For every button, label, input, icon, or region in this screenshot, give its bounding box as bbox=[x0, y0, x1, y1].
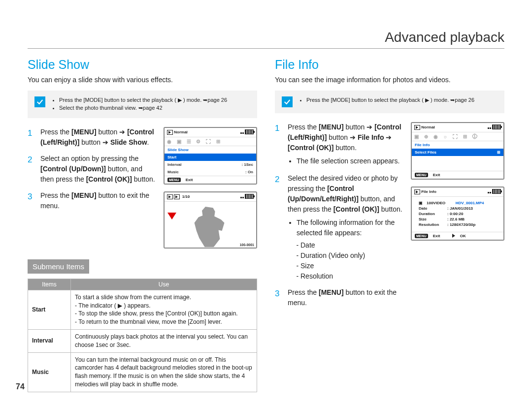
table-cell-value: You can turn the internal background mus… bbox=[71, 352, 257, 392]
table-cell-key: Start bbox=[28, 290, 71, 329]
table-cell-value: To start a slide show from the current i… bbox=[71, 290, 257, 329]
value: : JAN/01/2013 bbox=[447, 206, 473, 211]
text: ➔ bbox=[386, 133, 392, 141]
key: Date bbox=[419, 206, 443, 211]
text: To start a slide show from the current i… bbox=[75, 294, 191, 301]
key: Size bbox=[419, 217, 443, 221]
text: button ➔ bbox=[98, 128, 127, 136]
lcd-footer: MENUExit OK bbox=[412, 232, 503, 240]
text: button. bbox=[381, 205, 402, 213]
thumb-icon: ⊞ bbox=[497, 150, 500, 155]
text: Press the bbox=[288, 288, 319, 296]
lcd-row: Music: On bbox=[165, 168, 256, 176]
key: Duration bbox=[419, 212, 443, 216]
table-row: Interval Continuously plays back photos … bbox=[28, 330, 257, 353]
text: Select an option by pressing the bbox=[40, 155, 138, 162]
text-bold: [Control (Up/Down)] bbox=[40, 165, 106, 173]
submenu-table: Items Use Start To start a slide show fr… bbox=[28, 279, 257, 392]
page-title: Advanced playback bbox=[28, 30, 504, 49]
file-number: 100-0001 bbox=[239, 243, 254, 247]
step-1: 1 Press the [MENU] button ➔ [Control (Le… bbox=[275, 122, 404, 167]
slide-show-intro: You can enjoy a slide show with various … bbox=[28, 76, 257, 84]
lcd-menu-slideshow: Normal ◉ ▣ ☰ ⚙ ⛶ ⊞ Slide Show Start Inte… bbox=[164, 127, 257, 185]
table-row: Start To start a slide show from the cur… bbox=[28, 290, 257, 329]
text-bold: Slide Show bbox=[110, 138, 147, 146]
step-3: 3 Press the [MENU] button to exit the me… bbox=[275, 287, 404, 308]
note-box-right: Press the [MODE] button to select the pl… bbox=[275, 91, 504, 113]
lcd-top-bar: Normal bbox=[165, 128, 256, 137]
ok-icon bbox=[452, 234, 455, 238]
lcd-label: Exit bbox=[433, 234, 440, 238]
step-body: Press the [MENU] button to exit the menu… bbox=[40, 190, 157, 211]
menu-pill-icon: MENU bbox=[167, 178, 181, 182]
table-header: Use bbox=[71, 279, 257, 290]
slideshow-icon bbox=[174, 194, 180, 199]
table-cell-key: Music bbox=[28, 352, 71, 392]
step-3: 3 Press the [MENU] button to exit the me… bbox=[28, 190, 157, 211]
text-bold: [MENU] bbox=[71, 191, 97, 199]
dash-list: Date Duration (Video only) Size Resoluti… bbox=[288, 240, 404, 281]
step-number: 1 bbox=[28, 127, 35, 148]
note-list: Press the [MODE] button to select the pl… bbox=[299, 96, 474, 107]
lcd-tab-icons: ▣ ⊕ ◉ ☼ ⛶ ⊞ ⓘ bbox=[412, 132, 503, 141]
lcd-label: Exit bbox=[433, 173, 440, 177]
lcd-label: OK bbox=[460, 234, 466, 238]
dash-item: Resolution bbox=[300, 271, 404, 281]
lcd-menu-title: File Info bbox=[412, 141, 503, 149]
card-icon bbox=[488, 127, 491, 129]
text: button. bbox=[335, 144, 357, 152]
check-icon bbox=[282, 96, 293, 107]
step-2: 2 Select an option by pressing the [Cont… bbox=[28, 154, 157, 185]
lcd-top-bar: Normal bbox=[412, 123, 503, 132]
lcd-label: Select Files bbox=[415, 150, 436, 155]
table-cell-value: Continuously plays back photos at the in… bbox=[71, 330, 257, 353]
file-info-body: ▣ 100VIDEO HDV_0001.MP4 Date: JAN/01/201… bbox=[412, 197, 503, 232]
text: The indicator ( ▶ ) appears. bbox=[78, 302, 150, 309]
card-icon bbox=[488, 192, 491, 193]
text: To stop the slide show, press the [Contr… bbox=[78, 310, 238, 317]
right-column: File Info You can see the image informat… bbox=[275, 58, 504, 392]
photo-silhouette bbox=[192, 207, 226, 247]
file-name: HDV_0001.MP4 bbox=[456, 201, 484, 205]
file-info-intro: You can see the image information for ph… bbox=[275, 76, 504, 84]
file-info-line: Date: JAN/01/2013 bbox=[419, 206, 497, 211]
text-bold: [MENU] bbox=[71, 128, 97, 136]
playback-icon bbox=[414, 125, 420, 130]
step-body: Press the [MENU] button ➔ [Control (Left… bbox=[288, 122, 404, 167]
two-column-layout: Slide Show You can enjoy a slide show wi… bbox=[28, 58, 504, 392]
text: Press the bbox=[40, 128, 71, 136]
text: button ➔ bbox=[81, 138, 110, 146]
value: : 22.6 MB bbox=[447, 217, 465, 221]
bullet-list: The following information for the select… bbox=[288, 218, 404, 238]
steps-right: 1 Press the [MENU] button ➔ [Control (Le… bbox=[275, 122, 404, 314]
text: Press the bbox=[288, 123, 319, 131]
key: Resolution bbox=[419, 222, 443, 227]
dash-item: Date bbox=[300, 240, 404, 250]
table-header: Items bbox=[28, 279, 71, 290]
lcd-fileinfo-detail: File Info ▣ 100VIDEO HDV_0001.MP4 Date: … bbox=[411, 187, 504, 241]
step-number: 3 bbox=[28, 190, 35, 211]
check-icon bbox=[34, 96, 45, 107]
battery-icon bbox=[245, 129, 254, 134]
lcd-title: Normal bbox=[421, 125, 435, 129]
playback-icon bbox=[414, 189, 420, 194]
lcd-top-bar: File Info bbox=[412, 187, 503, 197]
text: Press the bbox=[40, 191, 71, 199]
page-number: 74 bbox=[16, 382, 25, 391]
lcd-title: File Info bbox=[421, 189, 436, 194]
dash-item: Size bbox=[300, 261, 404, 271]
step-body: Select an option by pressing the [Contro… bbox=[40, 154, 157, 185]
note-list: Press the [MODE] button to select the pl… bbox=[51, 96, 227, 112]
text-bold: File Info bbox=[358, 133, 384, 141]
text: button ➔ bbox=[329, 133, 358, 141]
step-body: Press the [MENU] button ➔ [Control (Left… bbox=[40, 127, 157, 148]
step-number: 3 bbox=[275, 287, 283, 308]
note-item: Press the [MODE] button to select the pl… bbox=[59, 96, 227, 104]
text: button. bbox=[134, 175, 155, 183]
step-number: 1 bbox=[275, 122, 283, 167]
bullet-list: The file selection screen appears. bbox=[288, 156, 404, 166]
table-cell-key: Interval bbox=[28, 330, 71, 353]
step-body: Press the [MENU] button to exit the menu… bbox=[288, 287, 404, 308]
file-info-line: Duration: 0:00:20 bbox=[419, 212, 497, 216]
playback-icon bbox=[167, 130, 173, 135]
